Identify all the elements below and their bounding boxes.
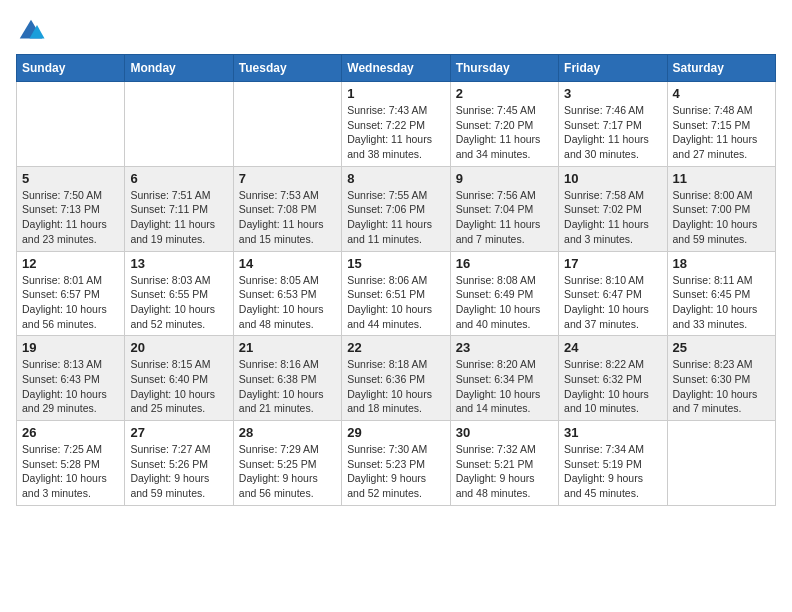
calendar-cell: 18Sunrise: 8:11 AM Sunset: 6:45 PM Dayli…: [667, 251, 775, 336]
day-info: Sunrise: 8:08 AM Sunset: 6:49 PM Dayligh…: [456, 273, 553, 332]
day-info: Sunrise: 8:03 AM Sunset: 6:55 PM Dayligh…: [130, 273, 227, 332]
calendar-cell: 17Sunrise: 8:10 AM Sunset: 6:47 PM Dayli…: [559, 251, 667, 336]
calendar-week-row: 1Sunrise: 7:43 AM Sunset: 7:22 PM Daylig…: [17, 82, 776, 167]
day-info: Sunrise: 7:34 AM Sunset: 5:19 PM Dayligh…: [564, 442, 661, 501]
calendar-cell: 1Sunrise: 7:43 AM Sunset: 7:22 PM Daylig…: [342, 82, 450, 167]
calendar-week-row: 5Sunrise: 7:50 AM Sunset: 7:13 PM Daylig…: [17, 166, 776, 251]
calendar-cell: 5Sunrise: 7:50 AM Sunset: 7:13 PM Daylig…: [17, 166, 125, 251]
calendar-cell: 21Sunrise: 8:16 AM Sunset: 6:38 PM Dayli…: [233, 336, 341, 421]
calendar-cell: 15Sunrise: 8:06 AM Sunset: 6:51 PM Dayli…: [342, 251, 450, 336]
day-info: Sunrise: 7:48 AM Sunset: 7:15 PM Dayligh…: [673, 103, 770, 162]
calendar-cell: 28Sunrise: 7:29 AM Sunset: 5:25 PM Dayli…: [233, 421, 341, 506]
day-info: Sunrise: 7:45 AM Sunset: 7:20 PM Dayligh…: [456, 103, 553, 162]
calendar-cell: 25Sunrise: 8:23 AM Sunset: 6:30 PM Dayli…: [667, 336, 775, 421]
calendar-cell: 22Sunrise: 8:18 AM Sunset: 6:36 PM Dayli…: [342, 336, 450, 421]
calendar-cell: [17, 82, 125, 167]
day-info: Sunrise: 7:27 AM Sunset: 5:26 PM Dayligh…: [130, 442, 227, 501]
day-number: 12: [22, 256, 119, 271]
calendar-cell: 30Sunrise: 7:32 AM Sunset: 5:21 PM Dayli…: [450, 421, 558, 506]
calendar-cell: 9Sunrise: 7:56 AM Sunset: 7:04 PM Daylig…: [450, 166, 558, 251]
calendar-header-row: SundayMondayTuesdayWednesdayThursdayFrid…: [17, 55, 776, 82]
calendar-cell: 19Sunrise: 8:13 AM Sunset: 6:43 PM Dayli…: [17, 336, 125, 421]
day-number: 19: [22, 340, 119, 355]
day-number: 26: [22, 425, 119, 440]
day-info: Sunrise: 8:00 AM Sunset: 7:00 PM Dayligh…: [673, 188, 770, 247]
calendar-cell: 8Sunrise: 7:55 AM Sunset: 7:06 PM Daylig…: [342, 166, 450, 251]
calendar-cell: 10Sunrise: 7:58 AM Sunset: 7:02 PM Dayli…: [559, 166, 667, 251]
day-number: 31: [564, 425, 661, 440]
day-info: Sunrise: 7:25 AM Sunset: 5:28 PM Dayligh…: [22, 442, 119, 501]
day-number: 6: [130, 171, 227, 186]
day-number: 24: [564, 340, 661, 355]
calendar-cell: [233, 82, 341, 167]
day-of-week-monday: Monday: [125, 55, 233, 82]
day-info: Sunrise: 8:01 AM Sunset: 6:57 PM Dayligh…: [22, 273, 119, 332]
day-number: 17: [564, 256, 661, 271]
day-number: 28: [239, 425, 336, 440]
day-info: Sunrise: 7:50 AM Sunset: 7:13 PM Dayligh…: [22, 188, 119, 247]
day-number: 18: [673, 256, 770, 271]
logo: [16, 16, 50, 46]
day-number: 8: [347, 171, 444, 186]
calendar-cell: 3Sunrise: 7:46 AM Sunset: 7:17 PM Daylig…: [559, 82, 667, 167]
day-of-week-saturday: Saturday: [667, 55, 775, 82]
day-info: Sunrise: 8:22 AM Sunset: 6:32 PM Dayligh…: [564, 357, 661, 416]
day-number: 21: [239, 340, 336, 355]
calendar-cell: 29Sunrise: 7:30 AM Sunset: 5:23 PM Dayli…: [342, 421, 450, 506]
day-number: 7: [239, 171, 336, 186]
day-info: Sunrise: 7:55 AM Sunset: 7:06 PM Dayligh…: [347, 188, 444, 247]
day-number: 27: [130, 425, 227, 440]
day-info: Sunrise: 7:46 AM Sunset: 7:17 PM Dayligh…: [564, 103, 661, 162]
logo-icon: [16, 16, 46, 46]
calendar-cell: 16Sunrise: 8:08 AM Sunset: 6:49 PM Dayli…: [450, 251, 558, 336]
calendar-cell: 12Sunrise: 8:01 AM Sunset: 6:57 PM Dayli…: [17, 251, 125, 336]
calendar-cell: 7Sunrise: 7:53 AM Sunset: 7:08 PM Daylig…: [233, 166, 341, 251]
calendar-cell: [667, 421, 775, 506]
day-number: 2: [456, 86, 553, 101]
day-info: Sunrise: 7:56 AM Sunset: 7:04 PM Dayligh…: [456, 188, 553, 247]
calendar-cell: 24Sunrise: 8:22 AM Sunset: 6:32 PM Dayli…: [559, 336, 667, 421]
day-info: Sunrise: 8:16 AM Sunset: 6:38 PM Dayligh…: [239, 357, 336, 416]
day-info: Sunrise: 7:30 AM Sunset: 5:23 PM Dayligh…: [347, 442, 444, 501]
day-number: 30: [456, 425, 553, 440]
day-info: Sunrise: 7:51 AM Sunset: 7:11 PM Dayligh…: [130, 188, 227, 247]
header-area: [16, 16, 776, 46]
day-number: 23: [456, 340, 553, 355]
day-info: Sunrise: 7:53 AM Sunset: 7:08 PM Dayligh…: [239, 188, 336, 247]
calendar-cell: 13Sunrise: 8:03 AM Sunset: 6:55 PM Dayli…: [125, 251, 233, 336]
calendar-week-row: 12Sunrise: 8:01 AM Sunset: 6:57 PM Dayli…: [17, 251, 776, 336]
day-info: Sunrise: 8:06 AM Sunset: 6:51 PM Dayligh…: [347, 273, 444, 332]
calendar-cell: 14Sunrise: 8:05 AM Sunset: 6:53 PM Dayli…: [233, 251, 341, 336]
day-of-week-wednesday: Wednesday: [342, 55, 450, 82]
day-info: Sunrise: 8:20 AM Sunset: 6:34 PM Dayligh…: [456, 357, 553, 416]
calendar-cell: 4Sunrise: 7:48 AM Sunset: 7:15 PM Daylig…: [667, 82, 775, 167]
day-of-week-thursday: Thursday: [450, 55, 558, 82]
day-number: 29: [347, 425, 444, 440]
day-number: 25: [673, 340, 770, 355]
calendar-week-row: 19Sunrise: 8:13 AM Sunset: 6:43 PM Dayli…: [17, 336, 776, 421]
day-of-week-tuesday: Tuesday: [233, 55, 341, 82]
day-number: 20: [130, 340, 227, 355]
day-info: Sunrise: 8:11 AM Sunset: 6:45 PM Dayligh…: [673, 273, 770, 332]
day-info: Sunrise: 8:10 AM Sunset: 6:47 PM Dayligh…: [564, 273, 661, 332]
calendar-cell: 27Sunrise: 7:27 AM Sunset: 5:26 PM Dayli…: [125, 421, 233, 506]
day-info: Sunrise: 8:15 AM Sunset: 6:40 PM Dayligh…: [130, 357, 227, 416]
day-number: 9: [456, 171, 553, 186]
day-info: Sunrise: 8:23 AM Sunset: 6:30 PM Dayligh…: [673, 357, 770, 416]
calendar-cell: 23Sunrise: 8:20 AM Sunset: 6:34 PM Dayli…: [450, 336, 558, 421]
day-number: 16: [456, 256, 553, 271]
day-number: 11: [673, 171, 770, 186]
calendar-cell: 2Sunrise: 7:45 AM Sunset: 7:20 PM Daylig…: [450, 82, 558, 167]
calendar-cell: [125, 82, 233, 167]
day-of-week-sunday: Sunday: [17, 55, 125, 82]
day-number: 13: [130, 256, 227, 271]
calendar-cell: 20Sunrise: 8:15 AM Sunset: 6:40 PM Dayli…: [125, 336, 233, 421]
calendar-table: SundayMondayTuesdayWednesdayThursdayFrid…: [16, 54, 776, 506]
day-number: 1: [347, 86, 444, 101]
calendar-week-row: 26Sunrise: 7:25 AM Sunset: 5:28 PM Dayli…: [17, 421, 776, 506]
day-info: Sunrise: 8:18 AM Sunset: 6:36 PM Dayligh…: [347, 357, 444, 416]
day-number: 22: [347, 340, 444, 355]
day-number: 3: [564, 86, 661, 101]
day-number: 14: [239, 256, 336, 271]
calendar-cell: 26Sunrise: 7:25 AM Sunset: 5:28 PM Dayli…: [17, 421, 125, 506]
